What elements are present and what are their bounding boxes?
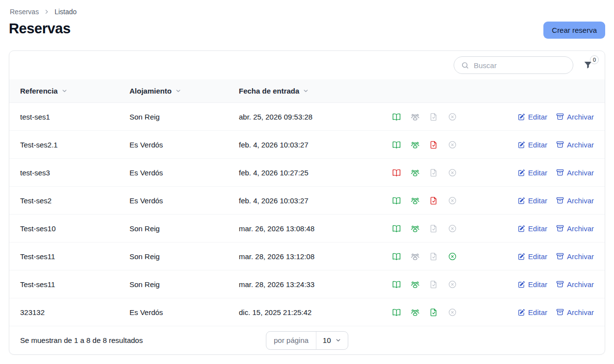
archive-link[interactable]: Archivar	[556, 141, 594, 149]
document-check-icon[interactable]	[429, 308, 438, 317]
cell-referencia: test-ses3	[20, 169, 129, 177]
archive-icon	[556, 252, 564, 260]
edit-link[interactable]: Editar	[518, 280, 547, 289]
archive-icon	[556, 224, 564, 232]
archive-link[interactable]: Archivar	[556, 196, 594, 205]
document-check-icon[interactable]	[429, 196, 438, 205]
per-page-value: 10	[323, 336, 331, 344]
archive-icon	[556, 196, 564, 204]
search-box[interactable]	[454, 56, 573, 74]
document-check-icon[interactable]	[429, 112, 438, 121]
breadcrumb-reservas[interactable]: Reservas	[10, 8, 39, 16]
table-row: test-ses3 Es Verdós feb. 4, 2026 10:27:2…	[9, 159, 605, 187]
guests-icon[interactable]	[410, 224, 420, 233]
guests-icon[interactable]	[410, 168, 420, 177]
table-row: Test-ses2.1 Es Verdós feb. 4, 2026 10:03…	[9, 131, 605, 159]
chevron-down-icon	[175, 88, 181, 94]
document-check-icon[interactable]	[429, 140, 438, 149]
book-open-icon[interactable]	[392, 308, 401, 317]
archive-link[interactable]: Archivar	[556, 169, 594, 177]
search-icon	[461, 61, 469, 70]
book-open-icon[interactable]	[392, 112, 401, 121]
cancel-circle-icon[interactable]	[448, 224, 457, 233]
document-check-icon[interactable]	[429, 168, 438, 177]
edit-link[interactable]: Editar	[518, 308, 547, 316]
breadcrumb: Reservas Listado	[9, 8, 605, 16]
archive-icon	[556, 280, 564, 288]
book-open-icon[interactable]	[392, 168, 401, 177]
row-status-icons	[392, 308, 466, 317]
row-status-icons	[392, 252, 466, 261]
edit-icon	[518, 113, 525, 121]
search-input[interactable]	[474, 61, 566, 70]
table-row: Test-ses10 Son Reig mar. 26, 2026 13:08:…	[9, 215, 605, 243]
cancel-circle-icon[interactable]	[448, 252, 457, 261]
row-status-icons	[392, 196, 466, 205]
cell-alojamiento: Es Verdós	[129, 308, 239, 316]
archive-link[interactable]: Archivar	[556, 280, 594, 289]
guests-icon[interactable]	[410, 252, 420, 261]
guests-icon[interactable]	[410, 280, 420, 289]
edit-icon	[518, 141, 525, 148]
filter-count-badge: 0	[590, 55, 599, 64]
reservations-card: 0 Referencia Alojamiento Fecha de entrad…	[9, 50, 605, 355]
cell-fecha-entrada: feb. 4, 2026 10:03:27	[239, 196, 392, 205]
row-status-icons	[392, 140, 466, 149]
row-actions: Editar Archivar	[518, 224, 594, 233]
book-open-icon[interactable]	[392, 280, 401, 289]
document-check-icon[interactable]	[429, 252, 438, 261]
cancel-circle-icon[interactable]	[448, 280, 457, 289]
cell-fecha-entrada: mar. 28, 2026 13:12:08	[239, 252, 392, 261]
cell-alojamiento: Es Verdós	[129, 141, 239, 149]
cancel-circle-icon[interactable]	[448, 112, 457, 121]
chevron-down-icon	[335, 337, 341, 343]
cell-fecha-entrada: abr. 25, 2026 09:53:28	[239, 113, 392, 121]
book-open-icon[interactable]	[392, 196, 401, 205]
archive-link[interactable]: Archivar	[556, 308, 594, 316]
edit-link[interactable]: Editar	[518, 169, 547, 177]
cell-referencia: Test-ses2.1	[20, 141, 129, 149]
archive-link[interactable]: Archivar	[556, 224, 594, 233]
per-page-select[interactable]: por página 10	[266, 331, 348, 350]
row-actions: Editar Archivar	[518, 169, 594, 177]
document-check-icon[interactable]	[429, 224, 438, 233]
edit-icon	[518, 281, 525, 288]
document-check-icon[interactable]	[429, 280, 438, 289]
edit-icon	[518, 197, 525, 204]
title-row: Reservas Crear reserva	[9, 21, 605, 39]
cancel-circle-icon[interactable]	[448, 140, 457, 149]
cancel-circle-icon[interactable]	[448, 168, 457, 177]
row-status-icons	[392, 168, 466, 177]
edit-link[interactable]: Editar	[518, 113, 547, 121]
cancel-circle-icon[interactable]	[448, 196, 457, 205]
guests-icon[interactable]	[410, 112, 420, 121]
guests-icon[interactable]	[410, 140, 420, 149]
archive-link[interactable]: Archivar	[556, 113, 594, 121]
table-header: Referencia Alojamiento Fecha de entrada	[9, 79, 605, 103]
guests-icon[interactable]	[410, 196, 420, 205]
table-row: Test-ses11 Son Reig mar. 28, 2026 13:12:…	[9, 243, 605, 270]
column-header-referencia[interactable]: Referencia	[20, 87, 129, 95]
edit-link[interactable]: Editar	[518, 224, 547, 233]
book-open-icon[interactable]	[392, 224, 401, 233]
row-actions: Editar Archivar	[518, 196, 594, 205]
guests-icon[interactable]	[410, 308, 420, 317]
edit-link[interactable]: Editar	[518, 252, 547, 261]
edit-link[interactable]: Editar	[518, 196, 547, 205]
edit-icon	[518, 309, 525, 316]
cell-referencia: Test-ses2	[20, 196, 129, 205]
book-open-icon[interactable]	[392, 252, 401, 261]
book-open-icon[interactable]	[392, 140, 401, 149]
create-reservation-button[interactable]: Crear reserva	[543, 22, 605, 39]
filter-button[interactable]: 0	[583, 60, 593, 70]
column-header-alojamiento[interactable]: Alojamiento	[129, 87, 239, 95]
archive-link[interactable]: Archivar	[556, 252, 594, 261]
cell-referencia: Test-ses11	[20, 252, 129, 261]
breadcrumb-listado: Listado	[54, 8, 77, 16]
edit-link[interactable]: Editar	[518, 141, 547, 149]
column-header-fecha-entrada[interactable]: Fecha de entrada	[239, 87, 392, 95]
table-body: test-ses1 Son Reig abr. 25, 2026 09:53:2…	[9, 103, 605, 326]
cancel-circle-icon[interactable]	[448, 308, 457, 317]
archive-icon	[556, 113, 564, 121]
cell-alojamiento: Son Reig	[129, 252, 239, 261]
